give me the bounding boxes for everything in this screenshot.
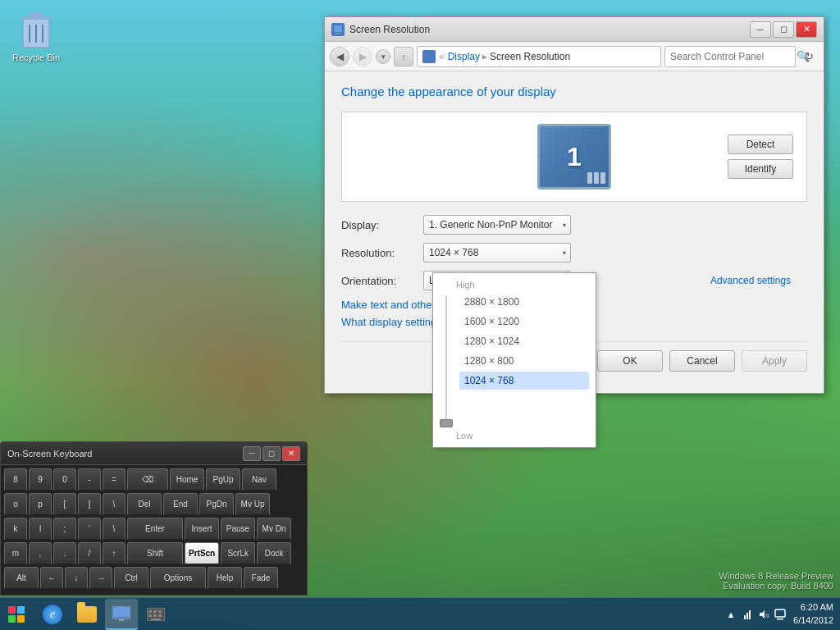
svg-rect-10	[17, 606, 25, 614]
key-l[interactable]: l	[29, 518, 52, 541]
identify-button[interactable]: Identify	[728, 159, 793, 179]
key-lbracket[interactable]: [	[53, 493, 76, 516]
key-9[interactable]: 9	[29, 468, 52, 491]
resolution-select-wrapper: 840 × 630 ▾	[423, 243, 571, 262]
key-options[interactable]: Options	[150, 567, 206, 590]
svg-rect-7	[334, 25, 342, 32]
key-backspace[interactable]: ⌫	[127, 468, 168, 491]
taskbar-keyboard[interactable]	[139, 599, 172, 630]
display-select-wrapper: 1. Generic Non-PnP Monitor ▾	[423, 215, 571, 235]
res-option-4[interactable]: 840 × 630	[459, 372, 589, 390]
forward-button[interactable]: ▶	[353, 47, 372, 66]
osk-close-button[interactable]: ✕	[282, 446, 300, 461]
cancel-button[interactable]: Cancel	[669, 350, 735, 372]
res-option-0[interactable]: 2880 × 1800	[459, 293, 589, 311]
key-nav[interactable]: Nav	[242, 468, 276, 491]
taskbar-folder[interactable]	[71, 599, 103, 630]
address-display[interactable]: Display	[448, 51, 480, 62]
key-quote[interactable]: '	[78, 518, 101, 541]
minimize-button[interactable]: ─	[750, 21, 771, 38]
key-mvup[interactable]: Mv Up	[235, 493, 270, 516]
key-del[interactable]: Del	[127, 493, 162, 516]
res-option-1[interactable]: 1600 × 1200	[459, 313, 589, 331]
key-end[interactable]: End	[163, 493, 198, 516]
up-button[interactable]: ↑	[394, 47, 413, 66]
recycle-bin-icon[interactable]: Recycle Bin	[12, 8, 60, 62]
search-box: 🔍	[664, 46, 796, 67]
key-m[interactable]: m	[4, 542, 27, 565]
ok-button[interactable]: OK	[597, 350, 663, 372]
key-pgdn[interactable]: PgDn	[199, 493, 234, 516]
key-equals[interactable]: =	[103, 468, 126, 491]
resolution-select[interactable]: 840 × 630	[423, 243, 571, 262]
key-prtscn[interactable]: PrtScn	[185, 542, 219, 565]
monitor-preview-area: 1 Detect Identify	[341, 112, 807, 202]
key-minus[interactable]: -	[78, 468, 101, 491]
restore-button[interactable]: ◻	[773, 21, 794, 38]
svg-rect-21	[153, 614, 157, 617]
systray-volume[interactable]: ))))	[757, 608, 770, 621]
taskbar-screen[interactable]	[105, 599, 138, 630]
osk-row-2: o p [ ] \ Del End PgDn Mv Up	[4, 493, 304, 516]
close-button[interactable]: ✕	[796, 21, 817, 38]
taskbar-ie[interactable]: e	[36, 599, 69, 630]
key-0[interactable]: 0	[53, 468, 76, 491]
key-comma[interactable]: ,	[29, 542, 52, 565]
key-mvdn[interactable]: Mv Dn	[257, 518, 291, 541]
key-rbracket[interactable]: ]	[78, 493, 101, 516]
advanced-settings-link[interactable]: Advanced settings	[710, 275, 791, 286]
res-track-line	[445, 296, 447, 427]
start-button[interactable]	[0, 598, 33, 631]
systray-network[interactable]	[741, 608, 754, 621]
key-k[interactable]: k	[4, 518, 27, 541]
refresh-button[interactable]: ↻	[799, 47, 819, 66]
systray-action-center[interactable]	[774, 608, 787, 621]
key-down[interactable]: ↓	[65, 567, 88, 590]
key-slash[interactable]: /	[78, 542, 101, 565]
display-row: Display: 1. Generic Non-PnP Monitor ▾	[341, 215, 807, 235]
res-option-2[interactable]: 1280 × 1024	[459, 332, 589, 350]
key-pgup[interactable]: PgUp	[206, 468, 240, 491]
dropdown-button[interactable]: ▾	[376, 49, 390, 64]
osk-row-1: 8 9 0 - = ⌫ Home PgUp Nav	[4, 468, 304, 491]
key-fade[interactable]: Fade	[244, 567, 278, 590]
detect-button[interactable]: Detect	[728, 135, 793, 154]
apply-button[interactable]: Apply	[742, 350, 807, 372]
address-bar[interactable]: « Display ▸ Screen Resolution	[417, 46, 661, 67]
key-home[interactable]: Home	[170, 468, 204, 491]
orientation-label: Orientation:	[341, 275, 423, 287]
key-p[interactable]: p	[29, 493, 52, 516]
key-semicolon[interactable]: ;	[53, 518, 76, 541]
display-select[interactable]: 1. Generic Non-PnP Monitor	[423, 215, 571, 235]
key-ctrl[interactable]: Ctrl	[114, 567, 148, 590]
key-alt[interactable]: Alt	[4, 567, 39, 590]
folder-icon	[77, 606, 97, 623]
key-insert[interactable]: Insert	[185, 518, 219, 541]
res-thumb[interactable]	[440, 419, 453, 427]
svg-rect-30	[777, 619, 783, 620]
taskbar-clock[interactable]: 6:20 AM 6/14/2012	[793, 601, 840, 627]
key-period[interactable]: .	[53, 542, 76, 565]
key-enter[interactable]: Enter	[127, 518, 183, 541]
key-backslash[interactable]: \	[103, 493, 126, 516]
key-o[interactable]: o	[4, 493, 27, 516]
systray-arrow[interactable]: ▲	[724, 608, 737, 621]
key-right[interactable]: →	[89, 567, 112, 590]
osk-window: On-Screen Keyboard ─ ◻ ✕ 8 9 0 - = ⌫ Hom…	[0, 441, 308, 596]
key-shift[interactable]: Shift	[127, 542, 183, 565]
key-backslash2[interactable]: \	[103, 518, 126, 541]
key-pause[interactable]: Pause	[221, 518, 255, 541]
key-dock[interactable]: Dock	[257, 542, 291, 565]
search-input[interactable]	[670, 51, 793, 62]
back-button[interactable]: ◀	[330, 47, 349, 66]
key-help[interactable]: Help	[208, 567, 242, 590]
key-scrlk[interactable]: ScrLk	[221, 542, 255, 565]
osk-minimize-button[interactable]: ─	[243, 446, 261, 461]
resolution-label: Resolution:	[341, 247, 423, 259]
osk-row-3: k l ; ' \ Enter Insert Pause Mv Dn	[4, 518, 304, 541]
key-left[interactable]: ←	[40, 567, 63, 590]
osk-restore-button[interactable]: ◻	[262, 446, 281, 461]
key-8[interactable]: 8	[4, 468, 27, 491]
key-up[interactable]: ↑	[103, 542, 126, 565]
res-option-3[interactable]: 1280 × 800	[459, 352, 589, 370]
